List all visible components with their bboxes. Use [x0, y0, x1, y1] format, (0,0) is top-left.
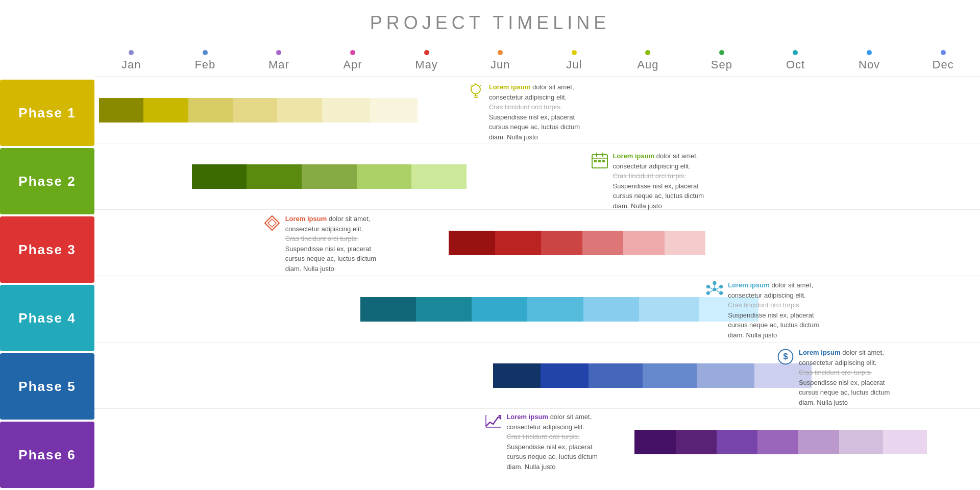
phase-3-bar [449, 231, 705, 255]
svg-line-24 [717, 290, 719, 292]
phase-label-4: Phase 4 [0, 285, 94, 351]
month-jun: Jun [463, 50, 537, 71]
phase-label-5: Phase 5 [0, 353, 94, 420]
phase-2-text: Lorem ipsum dolor sit amet, consectetur … [613, 151, 715, 211]
month-dot-feb [203, 50, 208, 55]
month-dot-apr [350, 50, 355, 55]
bulb-icon [467, 82, 485, 101]
month-label-mar: Mar [268, 58, 289, 71]
svg-line-25 [710, 287, 713, 289]
month-label-oct: Oct [786, 58, 805, 71]
network-icon [705, 280, 724, 299]
month-dot-aug [645, 50, 650, 55]
chart-icon [484, 412, 502, 430]
svg-marker-29 [498, 415, 501, 419]
month-label-dec: Dec [933, 58, 954, 71]
month-may: May [389, 50, 463, 71]
chart-area: Jan Feb Mar Apr May Jun [94, 39, 980, 488]
phase-4-bar [360, 297, 759, 322]
phase-row-6: Lorem ipsum dolor sit amet, consectetur … [94, 409, 980, 475]
month-dot-jul [572, 50, 577, 55]
svg-rect-12 [598, 160, 601, 162]
month-label-aug: Aug [637, 58, 658, 71]
phase-6-text: Lorem ipsum dolor sit amet, consectetur … [506, 412, 608, 472]
month-label-jun: Jun [491, 58, 510, 71]
month-jan: Jan [94, 50, 168, 71]
svg-point-16 [713, 287, 717, 291]
phase-2-annotation: Lorem ipsum dolor sit amet, consectetur … [591, 151, 715, 211]
phase-3-annotation: Lorem ipsum dolor sit amet, consectetur … [263, 214, 387, 274]
svg-point-0 [471, 85, 480, 94]
month-label-jan: Jan [121, 58, 141, 71]
month-apr: Apr [316, 50, 390, 71]
phase-1-text: Lorem ipsum dolor sit amet, consectetur … [489, 82, 591, 142]
phase-6-bar [634, 430, 927, 454]
diamond-icon [263, 214, 281, 232]
month-dot-may [424, 50, 429, 55]
phase-label-1: Phase 1 [0, 80, 94, 146]
svg-point-19 [719, 291, 723, 295]
svg-point-20 [706, 285, 710, 288]
svg-point-17 [713, 281, 717, 285]
svg-point-21 [706, 291, 710, 295]
phase-row-4: Lorem ipsum dolor sit amet, consectetur … [94, 276, 980, 342]
svg-rect-13 [602, 160, 605, 162]
month-label-feb: Feb [194, 58, 215, 71]
month-oct: Oct [758, 50, 832, 71]
month-dot-nov [867, 50, 872, 55]
month-dec: Dec [906, 50, 980, 71]
svg-line-23 [717, 287, 719, 289]
svg-rect-7 [592, 155, 607, 168]
phase-row-3: Lorem ipsum dolor sit amet, consectetur … [94, 210, 980, 276]
month-dot-oct [793, 50, 798, 55]
month-dot-mar [276, 50, 281, 55]
phase-row-2: Lorem ipsum dolor sit amet, consectetur … [94, 143, 980, 210]
month-dot-sep [719, 50, 724, 55]
phase-label-3: Phase 3 [0, 216, 94, 283]
svg-text:$: $ [783, 352, 788, 361]
phase-1-bar [99, 98, 418, 122]
month-dot-jun [498, 50, 503, 55]
month-label-sep: Sep [711, 58, 732, 71]
phase-row-5: $ Lorem ipsum dolor sit amet, consectetu… [94, 342, 980, 409]
month-nov: Nov [832, 50, 906, 71]
svg-line-26 [710, 290, 713, 292]
phase-1-annotation: Lorem ipsum dolor sit amet, consectetur … [467, 82, 591, 142]
svg-line-6 [480, 85, 481, 87]
month-label-may: May [415, 58, 438, 71]
phase-6-annotation: Lorem ipsum dolor sit amet, consectetur … [484, 412, 608, 472]
phase-5-bar [493, 363, 812, 388]
calendar-icon [591, 151, 609, 169]
infographic-label: INFOGRAPHIC [747, 39, 980, 42]
phases-labels: Phase 1 Phase 2 Phase 3 Phase 4 Phase 5 … [0, 39, 94, 488]
phase-row-1: Lorem ipsum dolor sit amet, consectetur … [94, 77, 980, 143]
month-label-jul: Jul [566, 58, 582, 71]
phase-5-text: Lorem ipsum dolor sit amet, consectetur … [799, 348, 901, 407]
month-dot-dec [941, 50, 946, 55]
month-label-nov: Nov [859, 58, 880, 71]
phase-label-2: Phase 2 [0, 148, 94, 214]
month-dot-jan [129, 50, 134, 55]
phase-2-bar [192, 164, 467, 189]
phase-label-6: Phase 6 [0, 422, 94, 488]
month-sep: Sep [685, 50, 759, 71]
phase-rows: Lorem ipsum dolor sit amet, consectetur … [94, 77, 980, 475]
month-feb: Feb [168, 50, 242, 71]
month-jul: Jul [537, 50, 611, 71]
svg-rect-11 [594, 160, 597, 162]
svg-point-27 [778, 350, 793, 364]
svg-point-18 [719, 285, 723, 288]
svg-marker-15 [268, 219, 276, 227]
month-label-apr: Apr [343, 58, 362, 71]
svg-marker-14 [265, 216, 279, 230]
month-mar: Mar [242, 50, 316, 71]
phase-3-text: Lorem ipsum dolor sit amet, consectetur … [285, 214, 387, 274]
svg-line-5 [470, 85, 472, 87]
month-aug: Aug [611, 50, 685, 71]
months-header: Jan Feb Mar Apr May Jun [94, 39, 980, 77]
page-title: PROJECT TIMELINE [0, 0, 980, 39]
